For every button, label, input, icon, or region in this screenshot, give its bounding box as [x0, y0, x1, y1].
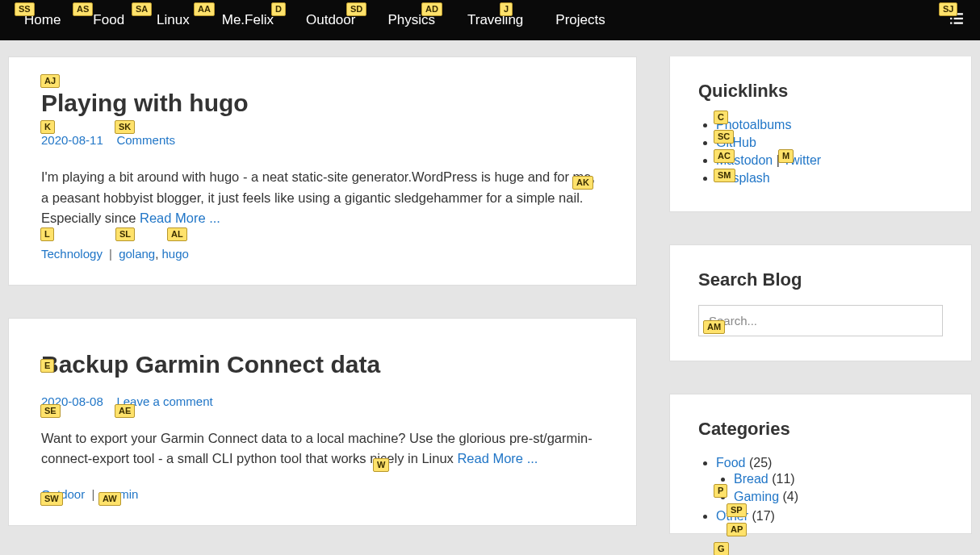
post-tag-link[interactable]: garmin	[101, 487, 138, 501]
post-comments-link[interactable]: Leave a comment	[116, 394, 212, 408]
categories-card: Categories Food (25) Bread (11) Gaming (…	[669, 394, 972, 534]
quicklink-twitter[interactable]: Twitter	[783, 153, 821, 167]
post-tags: Technology | golang, hugo	[41, 247, 604, 261]
svg-rect-3	[954, 18, 963, 19]
post-tag-link[interactable]: golang	[119, 247, 155, 261]
read-more-link[interactable]: Read More ...	[140, 211, 220, 225]
post-card: Backup Garmin Connect data 2020-08-08 Le…	[8, 318, 637, 526]
search-card: Search Blog	[669, 244, 972, 361]
svg-rect-5	[954, 23, 963, 24]
quicklink-photoalbums[interactable]: Photoalbums	[716, 118, 791, 131]
top-nav: Home Food Linux Me.Felix Outdoor Physics…	[0, 0, 980, 40]
nav-food[interactable]: Food	[77, 12, 140, 28]
nav-mefelix[interactable]: Me.Felix	[206, 12, 290, 28]
post-title-link[interactable]: Backup Garmin Connect data	[41, 351, 380, 378]
svg-rect-2	[950, 18, 952, 19]
svg-rect-1	[954, 13, 963, 15]
quicklink-unsplash[interactable]: Unsplash	[716, 171, 770, 185]
search-input[interactable]	[698, 305, 943, 336]
post-card: Playing with hugo 2020-08-11 Comments I'…	[8, 56, 637, 286]
quicklinks-title: Quicklinks	[698, 81, 943, 102]
post-category-link[interactable]: Technology	[41, 247, 103, 261]
toc-icon[interactable]	[949, 11, 964, 29]
post-comments-link[interactable]: Comments	[116, 133, 175, 147]
category-link-bread[interactable]: Bread	[734, 472, 769, 486]
quicklinks-card: Quicklinks Photoalbums GitHub Mastodon |…	[669, 56, 972, 212]
nav-physics[interactable]: Physics	[371, 12, 451, 28]
post-date-link[interactable]: 2020-08-08	[41, 394, 103, 408]
read-more-link[interactable]: Read More ...	[457, 451, 538, 465]
post-tag-link[interactable]: hugo	[162, 247, 189, 261]
post-meta: 2020-08-08 Leave a comment	[41, 394, 604, 408]
category-link-food[interactable]: Food	[716, 456, 745, 469]
nav-home[interactable]: Home	[8, 12, 77, 28]
nav-outdoor[interactable]: Outdoor	[290, 12, 371, 28]
post-excerpt: Want to export your Garmin Connect data …	[41, 428, 604, 469]
post-title-link[interactable]: Playing with hugo	[41, 90, 249, 116]
sidebar: Quicklinks Photoalbums GitHub Mastodon |…	[669, 56, 972, 555]
post-date-link[interactable]: 2020-08-11	[41, 133, 103, 147]
category-link-other[interactable]: Other	[716, 509, 748, 523]
nav-linux[interactable]: Linux	[140, 12, 206, 28]
nav-traveling[interactable]: Traveling	[451, 12, 539, 28]
quicklink-github[interactable]: GitHub	[716, 136, 756, 149]
category-link-gaming[interactable]: Gaming	[734, 490, 779, 503]
post-category-link[interactable]: Outdoor	[41, 487, 85, 501]
svg-rect-0	[950, 13, 952, 15]
post-excerpt: I'm playing a bit around with hugo - a n…	[41, 167, 604, 229]
quicklink-mastodon[interactable]: Mastodon	[716, 153, 773, 167]
categories-title: Categories	[698, 419, 943, 440]
post-tags: Outdoor | garmin	[41, 487, 604, 501]
main-column: Playing with hugo 2020-08-11 Comments I'…	[8, 56, 637, 555]
post-meta: 2020-08-11 Comments	[41, 133, 604, 147]
search-title: Search Blog	[698, 269, 943, 290]
nav-projects[interactable]: Projects	[539, 12, 621, 28]
svg-rect-4	[950, 23, 952, 24]
